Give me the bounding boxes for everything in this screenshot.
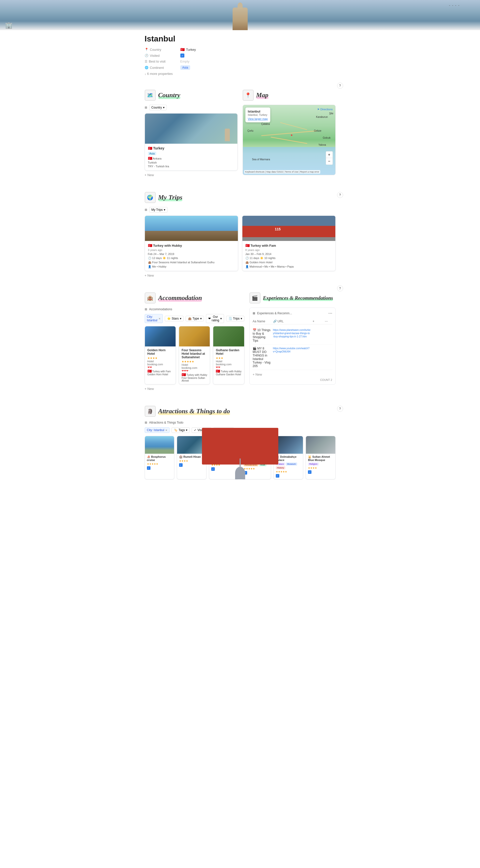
exp-new-btn[interactable]: + New (253, 373, 332, 376)
continent-badge: Asia (180, 65, 190, 70)
attr-4-stars: ★★★★★ (244, 467, 269, 470)
zoom-out-btn[interactable]: − (326, 158, 332, 164)
attr-6-visited-checkbox[interactable]: ✓ (308, 470, 312, 474)
hotel-3-stars: ★★★ (216, 356, 242, 360)
attr-3-visited-checkbox[interactable]: ✓ (211, 467, 215, 471)
stars-filter-btn[interactable]: ⭐ Stars ▾ (165, 316, 184, 321)
directions-btn[interactable]: ➤ Directions (317, 107, 333, 111)
view-larger-map-link[interactable]: View larger map (248, 117, 268, 120)
attr-5-visited-checkbox[interactable]: ✓ (276, 474, 279, 477)
attr-5-stars: ★★★★★ (276, 470, 301, 473)
attr-city-filter-badge[interactable]: City: Istanbul ✕ (145, 427, 169, 433)
country-value: 🇹🇷 Turkey (180, 48, 196, 52)
attr-5-tag-museum: Museum (286, 463, 297, 466)
exp-filter-header-row: ⊞ Experiences & Recomm... ⋯ (253, 311, 332, 315)
map-popup-sub: Istanbul, Turkey (248, 113, 268, 116)
map-popup-title: Istanbul (248, 110, 268, 113)
attr-img-1 (145, 436, 174, 454)
exp-item-1: 📅 10 Things to Buy & Shopping Tips https… (253, 327, 332, 345)
attr-tags-filter-btn[interactable]: 🏷️ Tags ▾ (171, 427, 190, 433)
clock-icon: 🕐 (145, 54, 149, 57)
chevron-down-icon-type: ▾ (200, 317, 202, 320)
map-attribution: Keyboard shortcuts | Map data ©2022 | Te… (244, 170, 320, 174)
more-properties[interactable]: ↓ 6 more properties (145, 72, 335, 75)
attr-card-1: ⛵ Bosphorus cruise ★★★★★ ✓ (145, 436, 174, 479)
exp-expand-icon[interactable]: ⋯ (328, 311, 332, 315)
attr-6-tags: Religion (308, 463, 333, 466)
country-new-btn[interactable]: + New (145, 173, 237, 177)
hotel-1-booking: booking.com (148, 363, 173, 366)
country-section-icon-box: 🗺️ (145, 90, 156, 101)
country-tags: Asia (148, 152, 234, 155)
attr-card-4: 🚶 Istiklal Ave. Shopping Restaurants Wal… (242, 436, 271, 479)
hotel-3-booking: booking.com (216, 363, 242, 366)
trips-acc-filter-btn[interactable]: 🗒️ Trips ▾ (226, 316, 245, 321)
hotel-card-2: Four Seasons Hotel Istanbul at Sultanahm… (179, 326, 210, 384)
exp-2-url[interactable]: https://www.youtube.com/watch?v=QnapOfdU… (273, 347, 311, 353)
type-filter-btn[interactable]: 🏨 Type ▾ (186, 316, 204, 321)
hotel-2-body: Four Seasons Hotel Istanbul at Sultanahm… (179, 346, 210, 384)
attr-card-6: 🕌 Sultan Ahmet Blue Mosque Religion ★★★★… (306, 436, 335, 479)
exp-1-url[interactable]: https://www.planetware.com/turkey/istanb… (273, 328, 311, 338)
my-trips-section: 🌍 My Trips ⊞ My Trips ▾ (145, 192, 335, 277)
hotel-1-hearts: ❤❤ (148, 366, 173, 369)
experiences-section: 🎬 Experiences & Recommendations ⊞ Experi… (249, 285, 335, 391)
acc-section-header: 🏨 Accommodation (145, 292, 245, 304)
trip-img-1 (145, 216, 238, 241)
attr-city-filter-close-icon[interactable]: ✕ (165, 429, 167, 432)
hotel-card-3: Gulhane Garden Hotel ★★★ Hotel booking.c… (213, 326, 244, 384)
hotel-img-3 (213, 327, 244, 346)
zoom-in-btn[interactable]: + (326, 152, 332, 158)
exp-help-btn[interactable]: ? (337, 285, 343, 291)
attr-1-visited-checkbox[interactable]: ✓ (147, 466, 151, 470)
language-row: Turkish (148, 161, 234, 164)
trips-help-btn[interactable]: ? (337, 192, 343, 198)
map-container[interactable]: Karaburun Şile Çorlu Çatalca Gebze Golcu… (243, 105, 335, 175)
city-filter-badge[interactable]: City: Istanbul ✕ (145, 314, 163, 323)
attr-1-name: ⛵ Bosphorus cruise (147, 455, 172, 462)
hero-birds: ˜ ˜ ˜ ˜ (449, 5, 460, 8)
trips-filter-btn[interactable]: My Trips ▾ (149, 207, 167, 213)
map-label-catalca: Çatalca (261, 123, 270, 125)
hotel-1-name: Golden Horn Hotel (148, 348, 173, 355)
hotel-3-name: Gulhane Garden Hotel (216, 348, 242, 355)
city-filter-close-icon[interactable]: ✕ (159, 317, 160, 320)
hotel-2-trip: 🇹🇷 Turkey with Hubby (182, 373, 207, 377)
exp-section-title: Experiences & Recommendations (263, 295, 333, 301)
visited-checkbox[interactable]: ✓ (180, 54, 184, 58)
visited-value[interactable]: ✓ (180, 54, 184, 58)
trip-img-2: 115 (243, 216, 335, 241)
attr-2-visited-checkbox[interactable]: ✓ (179, 463, 183, 467)
page-title: Istanbul (145, 34, 335, 43)
chevron-down-icon-stars: ▾ (180, 317, 181, 320)
trip-2-title: 🇹🇷 Turkey with Fam (246, 243, 332, 247)
exp-count: COUNT 2 (253, 378, 332, 381)
acc-section-title: Accommodation (158, 294, 202, 302)
attr-help-btn[interactable]: ? (337, 406, 343, 412)
map-label-sile: Şile (329, 112, 333, 115)
rating-filter-btn[interactable]: ❤ Our rating ▾ (206, 314, 224, 323)
trip-2-meta: 8 years ago (246, 248, 332, 251)
hotel-card-1: Golden Horn Hotel ★★★★ Hotel booking.com… (145, 326, 176, 384)
attr-2-name: 🏰 Rumeli Hisan (179, 455, 204, 459)
chevron-down-icon: ▾ (163, 106, 164, 109)
country-filter-btn[interactable]: Country ▾ (149, 105, 167, 110)
trips-new-btn[interactable]: + New (145, 274, 335, 277)
acc-new-btn[interactable]: + New (145, 387, 245, 391)
attr-1-body: ⛵ Bosphorus cruise ★★★★★ ✓ (145, 454, 174, 471)
my-trips-section-header: 🌍 My Trips (145, 192, 335, 203)
map-help-btn[interactable]: ? (337, 83, 343, 89)
attr-section-icon-box: 🗿 (145, 406, 156, 417)
map-road-1 (261, 131, 317, 136)
hotel-2-name: Four Seasons Hotel Istanbul at Sultanahm… (182, 348, 207, 359)
exp-1-icon: 📅 (253, 328, 256, 332)
attr-5-tags: Palace Museum History (276, 463, 301, 469)
country-card-name: 🇹🇷 Turkey (148, 146, 234, 150)
map-label-corlu: Çorlu (247, 129, 253, 132)
country-section: 🗺️ Country ⊞ Country ▾ (145, 83, 237, 177)
trip-2-hotel: 🏨 Golden Horn Hotel (246, 261, 332, 264)
attr-6-tag-religion: Religion (308, 463, 319, 466)
attr-filter-row: ⊞ Attractions & Things Todo (145, 421, 335, 424)
attr-6-name: 🕌 Sultan Ahmet Blue Mosque (308, 455, 333, 462)
attr-section-title: Attractions & Things to do (158, 407, 230, 415)
